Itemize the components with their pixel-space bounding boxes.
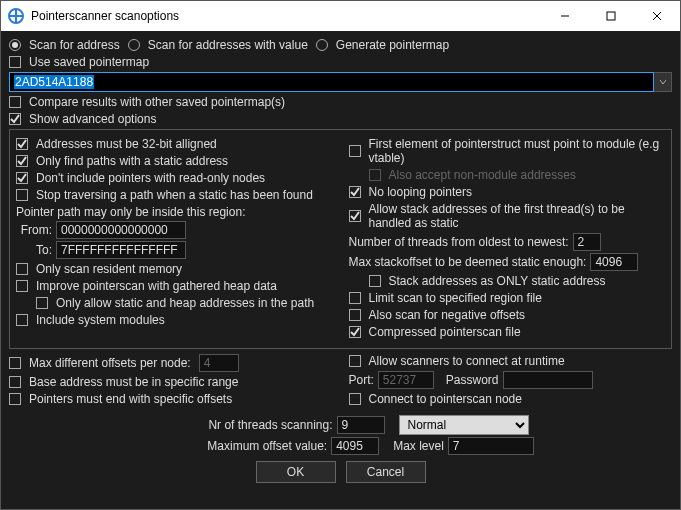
check-label: Don't include pointers with read-only no…: [36, 171, 265, 185]
check-no-readonly[interactable]: [16, 172, 28, 184]
check-include-sysmodules[interactable]: [16, 314, 28, 326]
check-32bit-aligned[interactable]: [16, 138, 28, 150]
max-offset-input[interactable]: [331, 437, 379, 455]
check-allow-runtime[interactable]: [349, 355, 361, 367]
check-end-specific-offsets[interactable]: [9, 393, 21, 405]
window: Pointerscanner scanoptions Scan for addr…: [0, 0, 681, 510]
check-compressed-file[interactable]: [349, 326, 361, 338]
check-stack-only[interactable]: [369, 275, 381, 287]
check-label: Compressed pointerscan file: [369, 325, 521, 339]
check-no-looping[interactable]: [349, 186, 361, 198]
check-label: No looping pointers: [369, 185, 472, 199]
check-stop-on-static[interactable]: [16, 189, 28, 201]
radio-scan-for-address[interactable]: [9, 39, 21, 51]
radio-label: Scan for addresses with value: [148, 38, 308, 52]
minimize-button[interactable]: [542, 1, 588, 31]
check-only-static[interactable]: [16, 155, 28, 167]
max-level-input[interactable]: [448, 437, 534, 455]
check-show-advanced[interactable]: [9, 113, 21, 125]
cancel-button[interactable]: Cancel: [346, 461, 426, 483]
check-label: Stop traversing a path when a static has…: [36, 188, 313, 202]
max-diff-offsets-input: [199, 354, 239, 372]
check-label: Include system modules: [36, 313, 165, 327]
check-label: Max different offsets per node:: [29, 356, 191, 370]
max-level-label: Max level: [393, 439, 444, 453]
check-label: Show advanced options: [29, 112, 156, 126]
check-use-saved-pointermap[interactable]: [9, 56, 21, 68]
radio-generate-pointermap[interactable]: [316, 39, 328, 51]
check-label: Only find paths with a static address: [36, 154, 228, 168]
radio-scan-for-value[interactable]: [128, 39, 140, 51]
threads-label: Number of threads from oldest to newest:: [349, 235, 569, 249]
check-label: Stack addresses as ONLY static address: [389, 274, 606, 288]
check-first-to-module[interactable]: [349, 145, 361, 157]
check-allow-stack[interactable]: [349, 210, 361, 222]
maxstack-label: Max stackoffset to be deemed static enou…: [349, 255, 587, 269]
check-label: First element of pointerstruct must poin…: [369, 137, 666, 165]
address-dropdown-button[interactable]: [654, 72, 672, 92]
from-label: From:: [16, 223, 52, 237]
advanced-group: Addresses must be 32-bit alligned Only f…: [9, 129, 672, 349]
max-offset-label: Maximum offset value:: [147, 439, 327, 453]
check-resident-only[interactable]: [16, 263, 28, 275]
ok-button[interactable]: OK: [256, 461, 336, 483]
app-icon: [7, 7, 25, 25]
check-label: Use saved pointermap: [29, 55, 149, 69]
titlebar: Pointerscanner scanoptions: [1, 1, 680, 31]
to-label: To:: [16, 243, 52, 257]
threads-scanning-label: Nr of threads scanning:: [153, 418, 333, 432]
check-improve-heap[interactable]: [16, 280, 28, 292]
check-compare-results[interactable]: [9, 96, 21, 108]
maximize-button[interactable]: [588, 1, 634, 31]
from-input[interactable]: [56, 221, 186, 239]
address-input[interactable]: 2AD514A1188: [9, 72, 654, 92]
check-limit-region-file[interactable]: [349, 292, 361, 304]
maxstack-input[interactable]: [590, 253, 638, 271]
close-button[interactable]: [634, 1, 680, 31]
password-label: Password: [446, 373, 499, 387]
check-label: Pointers must end with specific offsets: [29, 392, 232, 406]
check-scan-negative[interactable]: [349, 309, 361, 321]
window-title: Pointerscanner scanoptions: [31, 9, 542, 23]
check-also-nonmodule: [369, 169, 381, 181]
check-label: Limit scan to specified region file: [369, 291, 542, 305]
region-label: Pointer path may only be inside this reg…: [16, 205, 333, 219]
check-label: Also accept non-module addresses: [389, 168, 576, 182]
check-label: Connect to pointerscan node: [369, 392, 522, 406]
check-label: Addresses must be 32-bit alligned: [36, 137, 217, 151]
threads-input[interactable]: [573, 233, 601, 251]
check-max-diff-offsets[interactable]: [9, 357, 21, 369]
port-input: [378, 371, 434, 389]
radio-label: Scan for address: [29, 38, 120, 52]
radio-label: Generate pointermap: [336, 38, 449, 52]
check-label: Allow scanners to connect at runtime: [369, 354, 565, 368]
check-label: Allow stack addresses of the first threa…: [369, 202, 666, 230]
check-label: Improve pointerscan with gathered heap d…: [36, 279, 277, 293]
check-only-static-heap[interactable]: [36, 297, 48, 309]
password-input: [503, 371, 593, 389]
check-connect-node[interactable]: [349, 393, 361, 405]
check-base-in-range[interactable]: [9, 376, 21, 388]
to-input[interactable]: [56, 241, 186, 259]
check-label: Only allow static and heap addresses in …: [56, 296, 314, 310]
check-label: Only scan resident memory: [36, 262, 182, 276]
thread-priority-select[interactable]: Normal: [399, 415, 529, 435]
check-label: Compare results with other saved pointer…: [29, 95, 285, 109]
port-label: Port:: [349, 373, 374, 387]
check-label: Also scan for negative offsets: [369, 308, 526, 322]
svg-rect-4: [607, 12, 615, 20]
address-combo: 2AD514A1188: [9, 72, 672, 92]
threads-scanning-input[interactable]: [337, 416, 385, 434]
check-label: Base address must be in specific range: [29, 375, 238, 389]
